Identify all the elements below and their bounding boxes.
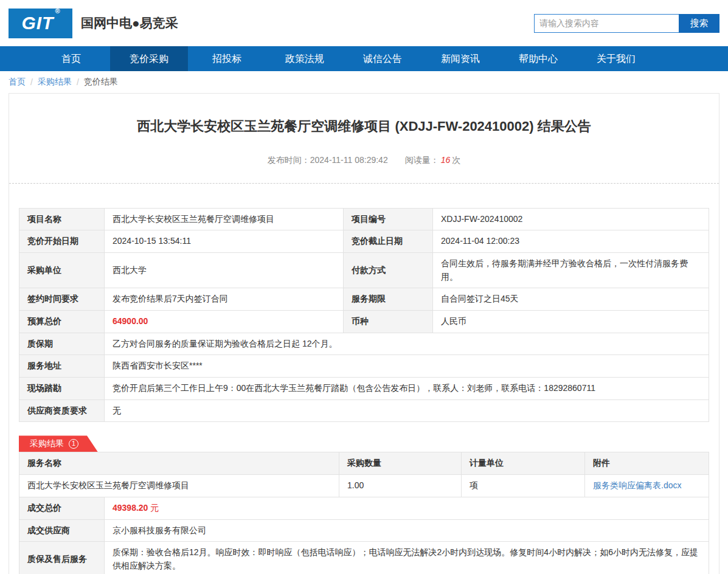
service-period-value: 自合同签订之日45天 xyxy=(433,288,709,311)
currency-value: 人民币 xyxy=(433,311,709,333)
service-name-value: 西北大学长安校区玉兰苑餐厅空调维修项目 xyxy=(19,475,339,497)
aftersale-label: 质保及售后服务 xyxy=(19,542,105,574)
currency-label: 币种 xyxy=(344,311,433,333)
table-row: 服务地址 陕西省西安市长安区**** xyxy=(19,355,709,378)
payment-value: 合同生效后，待服务期满并经甲方验收合格后，一次性付清服务费用。 xyxy=(433,252,709,288)
table-row: 现场踏勘 竞价开启后第三个工作日上午9：00在西北大学玉兰苑餐厅踏勘（包含公告发… xyxy=(19,378,709,400)
search-button[interactable]: 搜索 xyxy=(679,14,719,33)
result-section-header: 采购结果 1 xyxy=(19,435,709,452)
nav-item-news[interactable]: 新闻资讯 xyxy=(421,46,499,71)
purchase-result-badge-label: 采购结果 xyxy=(30,438,64,449)
project-name-value: 西北大学长安校区玉兰苑餐厅空调维修项目 xyxy=(105,208,344,230)
qualification-value: 无 xyxy=(105,399,709,422)
attachment-header: 附件 xyxy=(585,452,709,475)
budget-label: 预算总价 xyxy=(19,311,105,333)
buyer-value: 西北大学 xyxy=(105,252,344,288)
nav-item-home[interactable]: 首页 xyxy=(32,46,110,71)
views-unit: 次 xyxy=(452,155,460,165)
sign-time-value: 发布竞价结果后7天内签订合同 xyxy=(105,288,344,311)
project-no-label: 项目编号 xyxy=(344,208,433,230)
table-row: 质保期 乙方对合同服务的质量保证期为验收合格后之日起 12个月。 xyxy=(19,333,709,355)
table-row: 供应商资质要求 无 xyxy=(19,399,709,422)
table-row: 成交供应商 京小服科技服务有限公司 xyxy=(19,519,709,542)
service-name-header: 服务名称 xyxy=(19,452,339,475)
main-nav: 首页 竞价采购 招投标 政策法规 诚信公告 新闻资讯 帮助中心 关于我们 xyxy=(0,46,728,71)
table-row: 采购单位 西北大学 付款方式 合同生效后，待服务期满并经甲方验收合格后，一次性付… xyxy=(19,252,709,288)
purchase-result-badge: 采购结果 1 xyxy=(19,435,99,452)
nav-item-bidding-purchase[interactable]: 竞价采购 xyxy=(110,46,188,71)
nav-item-policies[interactable]: 政策法规 xyxy=(266,46,344,71)
deal-total-value: 49398.20 元 xyxy=(105,497,709,519)
budget-value: 64900.00 xyxy=(105,311,344,333)
site-survey-value: 竞价开启后第三个工作日上午9：00在西北大学玉兰苑餐厅踏勘（包含公告发布日），联… xyxy=(105,378,709,400)
breadcrumb-separator: / xyxy=(30,77,33,87)
table-row: 签约时间要求 发布竞价结果后7天内签订合同 服务期限 自合同签订之日45天 xyxy=(19,288,709,311)
table-header-row: 服务名称 采购数量 计量单位 附件 xyxy=(19,452,709,475)
views-count: 16 xyxy=(441,155,451,165)
nav-item-help-center[interactable]: 帮助中心 xyxy=(499,46,577,71)
search-bar: 搜索 xyxy=(534,14,719,33)
site-header: GIT® 国网中电●易竞采 搜索 xyxy=(0,0,728,46)
service-address-value: 陕西省西安市长安区**** xyxy=(105,355,709,378)
breadcrumb-purchase-results[interactable]: 采购结果 xyxy=(38,77,72,88)
sign-time-label: 签约时间要求 xyxy=(19,288,105,311)
unit-header: 计量单位 xyxy=(462,452,585,475)
project-info-table: 项目名称 西北大学长安校区玉兰苑餐厅空调维修项目 项目编号 XDJJ-FW-20… xyxy=(19,208,709,423)
deal-total-label: 成交总价 xyxy=(19,497,105,519)
service-address-label: 服务地址 xyxy=(19,355,105,378)
bid-end-label: 竞价截止日期 xyxy=(344,230,433,253)
result-table: 服务名称 采购数量 计量单位 附件 西北大学长安校区玉兰苑餐厅空调维修项目 1.… xyxy=(19,452,709,497)
breadcrumb-separator: / xyxy=(77,77,79,87)
article-meta: 发布时间：2024-11-11 08:29:42阅读量：16次 xyxy=(9,155,719,166)
circled-one-icon: 1 xyxy=(69,439,78,449)
breadcrumb-home[interactable]: 首页 xyxy=(9,77,26,88)
table-row: 质保及售后服务 质保期：验收合格后12月。响应时效：即时响应（包括电话响应）；电… xyxy=(19,542,709,574)
bid-end-value: 2024-11-04 12:00:23 xyxy=(433,230,709,253)
deal-supplier-value: 京小服科技服务有限公司 xyxy=(105,519,709,542)
dashed-divider xyxy=(9,183,719,184)
table-row: 成交总价 49398.20 元 xyxy=(19,497,709,519)
service-period-label: 服务期限 xyxy=(344,288,433,311)
aftersale-value: 质保期：验收合格后12月。响应时效：即时响应（包括电话响应）；电话响应无法解决2… xyxy=(105,542,709,574)
views-label: 阅读量： xyxy=(405,155,439,165)
quantity-value: 1.00 xyxy=(339,475,462,497)
site-logo[interactable]: GIT® xyxy=(9,9,72,38)
warranty-value: 乙方对合同服务的质量保证期为验收合格后之日起 12个月。 xyxy=(105,333,709,355)
table-row: 竞价开始日期 2024-10-15 13:54:11 竞价截止日期 2024-1… xyxy=(19,230,709,253)
page-title: 西北大学长安校区玉兰苑餐厅空调维修项目 (XDJJ-FW-202410002) … xyxy=(9,94,719,136)
logo-text: GIT® xyxy=(21,14,59,32)
publish-time-value: 2024-11-11 08:29:42 xyxy=(310,155,388,165)
announcement-card: 西北大学长安校区玉兰苑餐厅空调维修项目 (XDJJ-FW-202410002) … xyxy=(9,93,719,574)
unit-value: 项 xyxy=(462,475,585,497)
breadcrumb-current: 竞价结果 xyxy=(84,77,118,88)
attachment-link[interactable]: 服务类响应偏离表.docx xyxy=(593,480,681,490)
table-row: 西北大学长安校区玉兰苑餐厅空调维修项目 1.00 项 服务类响应偏离表.docx xyxy=(19,475,709,497)
breadcrumb: 首页 / 采购结果 / 竞价结果 xyxy=(0,71,728,93)
table-row: 预算总价 64900.00 币种 人民币 xyxy=(19,311,709,333)
nav-item-tendering[interactable]: 招投标 xyxy=(188,46,266,71)
project-no-value: XDJJ-FW-202410002 xyxy=(433,208,709,230)
nav-item-integrity-notice[interactable]: 诚信公告 xyxy=(344,46,421,71)
registered-trademark-icon: ® xyxy=(55,7,60,15)
site-name: 国网中电●易竞采 xyxy=(81,15,178,32)
search-input[interactable] xyxy=(534,14,679,33)
nav-item-about-us[interactable]: 关于我们 xyxy=(577,46,655,71)
qualification-label: 供应商资质要求 xyxy=(19,399,105,422)
buyer-label: 采购单位 xyxy=(19,252,105,288)
quantity-header: 采购数量 xyxy=(339,452,462,475)
deal-supplier-label: 成交供应商 xyxy=(19,519,105,542)
publish-time-label: 发布时间： xyxy=(268,155,310,165)
site-survey-label: 现场踏勘 xyxy=(19,378,105,400)
bid-start-label: 竞价开始日期 xyxy=(19,230,105,253)
project-name-label: 项目名称 xyxy=(19,208,105,230)
result-summary-table: 成交总价 49398.20 元 成交供应商 京小服科技服务有限公司 质保及售后服… xyxy=(19,497,709,574)
payment-label: 付款方式 xyxy=(344,252,433,288)
warranty-label: 质保期 xyxy=(19,333,105,355)
bid-start-value: 2024-10-15 13:54:11 xyxy=(105,230,344,253)
table-row: 项目名称 西北大学长安校区玉兰苑餐厅空调维修项目 项目编号 XDJJ-FW-20… xyxy=(19,208,709,230)
